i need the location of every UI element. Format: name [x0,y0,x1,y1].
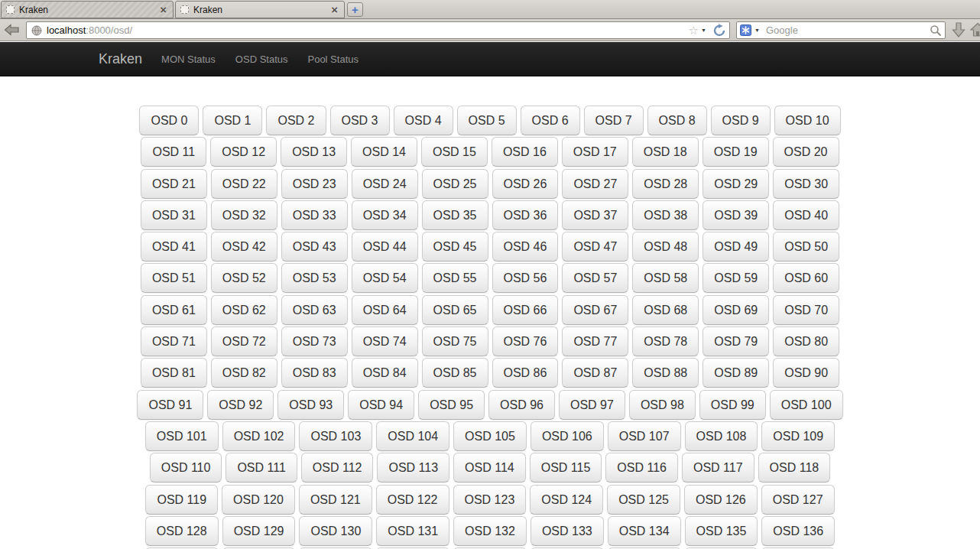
osd-button[interactable]: OSD 85 [422,358,488,388]
browser-tab-2[interactable]: Kraken × [175,1,345,18]
home-icon[interactable] [969,21,980,39]
url-bar[interactable]: localhost:8000/osd/ ☆ ▼ [26,21,730,39]
osd-button[interactable]: OSD 27 [562,169,628,199]
osd-button[interactable]: OSD 63 [281,295,348,325]
osd-button[interactable]: OSD 6 [521,106,580,135]
osd-button[interactable]: OSD 28 [632,169,699,199]
osd-button[interactable]: OSD 87 [562,358,628,388]
osd-button[interactable]: OSD 58 [632,263,699,293]
osd-button[interactable]: OSD 7 [584,106,644,135]
osd-button[interactable]: OSD 9 [711,106,771,135]
osd-button[interactable]: OSD 15 [421,137,488,167]
osd-button[interactable]: OSD 90 [773,358,839,388]
osd-button[interactable]: OSD 52 [211,263,277,293]
osd-button[interactable]: OSD 75 [422,326,488,356]
osd-button[interactable]: OSD 70 [773,295,839,325]
osd-button[interactable]: OSD 88 [632,358,699,388]
osd-button[interactable]: OSD 118 [758,453,831,482]
osd-button[interactable]: OSD 83 [281,358,348,388]
back-icon[interactable] [3,21,21,39]
osd-button[interactable]: OSD 34 [352,200,418,230]
new-tab-button[interactable]: + [347,2,363,17]
osd-button[interactable]: OSD 42 [211,232,277,262]
magnifier-icon[interactable] [930,24,942,37]
osd-button[interactable]: OSD 136 [761,516,835,546]
osd-button[interactable]: OSD 10 [774,106,841,135]
osd-button[interactable]: OSD 104 [376,421,449,451]
osd-button[interactable]: OSD 96 [488,390,555,420]
osd-button[interactable]: OSD 121 [299,485,372,515]
osd-button[interactable]: OSD 38 [632,200,699,230]
osd-button[interactable]: OSD 56 [492,263,559,293]
osd-button[interactable]: OSD 45 [422,232,488,262]
osd-button[interactable]: OSD 19 [703,137,769,167]
osd-button[interactable]: OSD 31 [141,200,207,230]
osd-button[interactable]: OSD 86 [492,358,559,388]
osd-button[interactable]: OSD 107 [608,421,681,451]
osd-button[interactable]: OSD 16 [492,137,558,167]
osd-button[interactable]: OSD 11 [141,137,206,167]
osd-button[interactable]: OSD 81 [141,358,207,388]
osd-button[interactable]: OSD 126 [684,485,758,515]
osd-button[interactable]: OSD 54 [352,263,418,293]
osd-button[interactable]: OSD 124 [530,485,603,515]
osd-button[interactable]: OSD 95 [418,390,485,420]
osd-button[interactable]: OSD 4 [394,106,453,135]
osd-button[interactable]: OSD 30 [773,169,839,199]
osd-button[interactable]: OSD 69 [703,295,769,325]
osd-button[interactable]: OSD 20 [773,137,839,167]
osd-button[interactable]: OSD 80 [773,326,839,356]
osd-button[interactable]: OSD 5 [457,106,517,135]
search-engine-icon[interactable] [740,24,751,36]
osd-button[interactable]: OSD 49 [703,232,769,262]
osd-button[interactable]: OSD 102 [222,421,296,451]
osd-button[interactable]: OSD 109 [761,421,835,451]
osd-button[interactable]: OSD 84 [352,358,418,388]
nav-link-pool-status[interactable]: Pool Status [297,54,368,65]
brand-kraken[interactable]: Kraken [99,51,142,67]
osd-button[interactable]: OSD 64 [352,295,418,325]
osd-button[interactable]: OSD 117 [682,453,754,482]
osd-button[interactable]: OSD 79 [703,326,769,356]
osd-button[interactable]: OSD 33 [281,200,348,230]
osd-button[interactable]: OSD 106 [531,421,604,451]
osd-button[interactable]: OSD 77 [562,326,628,356]
osd-button[interactable]: OSD 36 [492,200,559,230]
tab-close-icon[interactable]: × [158,4,168,15]
osd-button[interactable]: OSD 3 [330,106,390,135]
osd-button[interactable]: OSD 125 [607,485,680,515]
osd-button[interactable]: OSD 114 [453,453,526,482]
osd-button[interactable]: OSD 123 [453,485,527,515]
osd-button[interactable]: OSD 120 [222,485,295,515]
osd-button[interactable]: OSD 100 [770,390,843,420]
osd-button[interactable]: OSD 122 [376,485,449,515]
reload-icon[interactable] [712,24,726,37]
osd-button[interactable]: OSD 66 [492,295,559,325]
osd-button[interactable]: OSD 82 [211,358,277,388]
osd-button[interactable]: OSD 40 [773,200,839,230]
osd-button[interactable]: OSD 43 [281,232,348,262]
osd-button[interactable]: OSD 135 [685,516,758,546]
osd-button[interactable]: OSD 29 [703,169,769,199]
osd-button[interactable]: OSD 101 [145,421,219,451]
osd-button[interactable]: OSD 62 [211,295,277,325]
osd-button[interactable]: OSD 108 [685,421,758,451]
osd-button[interactable]: OSD 32 [211,200,277,230]
osd-button[interactable]: OSD 115 [530,453,602,482]
osd-button[interactable]: OSD 41 [141,232,207,262]
osd-button[interactable]: OSD 134 [608,516,681,546]
osd-button[interactable]: OSD 61 [141,295,207,325]
osd-button[interactable]: OSD 14 [351,137,417,167]
osd-button[interactable]: OSD 78 [632,326,699,356]
osd-button[interactable]: OSD 25 [422,169,488,199]
osd-button[interactable]: OSD 24 [352,169,418,199]
osd-button[interactable]: OSD 59 [703,263,769,293]
osd-button[interactable]: OSD 51 [141,263,207,293]
osd-button[interactable]: OSD 37 [562,200,628,230]
osd-button[interactable]: OSD 113 [377,453,449,482]
osd-button[interactable]: OSD 1 [203,106,262,135]
osd-button[interactable]: OSD 128 [145,516,219,546]
osd-button[interactable]: OSD 0 [139,106,199,135]
osd-button[interactable]: OSD 48 [632,232,699,262]
bookmark-star-icon[interactable]: ☆ [689,25,699,36]
